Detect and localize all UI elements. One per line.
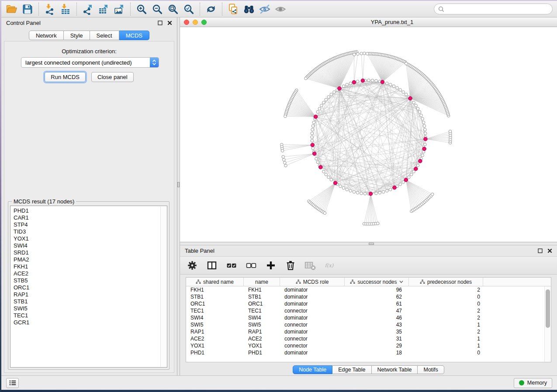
run-mcds-button[interactable]: Run MCDS [45,72,86,82]
zoom-out-button[interactable] [149,2,165,16]
table-row[interactable]: RAP1RAP1dominator352 [186,328,551,335]
network-node[interactable] [424,143,427,146]
network-node[interactable] [356,191,359,194]
result-node-item[interactable]: FKH1 [14,263,167,270]
network-node[interactable] [312,121,315,124]
network-node[interactable] [325,173,328,176]
mcds-node[interactable] [319,165,323,169]
network-node[interactable] [284,164,287,167]
network-node[interactable] [421,117,424,120]
network-node[interactable] [405,93,408,96]
network-node[interactable] [356,80,359,83]
mcds-node[interactable] [424,137,428,141]
table-tab-node-table[interactable]: Node Table [293,365,332,374]
table-tab-network-table[interactable]: Network Table [372,365,418,374]
mcds-node[interactable] [408,96,412,100]
table-row[interactable]: TEC1TEC1connector472 [186,307,551,314]
result-node-item[interactable]: GCR1 [14,319,167,326]
mcds-node[interactable] [393,186,397,190]
unselect-all-button[interactable] [246,260,257,271]
network-node[interactable] [282,155,285,158]
network-node[interactable] [386,82,389,85]
zoom-fit-button[interactable] [165,2,181,16]
network-node[interactable] [356,52,360,55]
network-node[interactable] [377,222,380,225]
network-node[interactable] [399,89,402,92]
network-node[interactable] [363,192,367,195]
search-box[interactable] [434,3,553,14]
network-node[interactable] [431,193,434,196]
result-node-item[interactable]: ACE2 [14,270,167,277]
network-node[interactable] [363,52,366,55]
network-node[interactable] [366,52,369,55]
network-node[interactable] [418,110,421,113]
network-node[interactable] [349,189,352,193]
network-node[interactable] [333,91,336,94]
search-network-button[interactable] [241,2,257,16]
network-node[interactable] [318,107,321,110]
table-row[interactable]: FKH1FKH1dominator962 [186,286,551,293]
task-history-button[interactable] [6,378,19,388]
network-node[interactable] [360,192,363,195]
network-node[interactable] [415,104,418,107]
network-node[interactable] [399,183,402,186]
network-node[interactable] [449,130,452,133]
network-node[interactable] [353,190,356,193]
network-node[interactable] [346,83,349,86]
float-panel-button[interactable] [158,21,163,25]
table-row[interactable]: ORC1ORC1dominator610 [186,300,551,307]
result-node-item[interactable]: STP4 [14,221,167,228]
network-node[interactable] [412,101,415,104]
show-columns-button[interactable] [206,260,218,271]
mcds-node[interactable] [369,192,373,196]
tab-network[interactable]: Network [29,31,64,40]
network-node[interactable] [342,85,345,88]
export-image-button[interactable] [111,2,127,16]
table-mode-button[interactable] [187,260,198,271]
mcds-node[interactable] [414,167,418,171]
network-node[interactable] [416,107,419,110]
network-node[interactable] [315,157,318,160]
search-input[interactable] [444,6,548,12]
network-node[interactable] [392,85,395,88]
column-header-MCDS-role[interactable]: MCDS role [280,278,345,286]
network-node[interactable] [284,115,287,118]
mcds-node[interactable] [361,79,365,83]
network-node[interactable] [389,83,392,86]
result-node-item[interactable]: TID3 [14,228,167,235]
vertical-splitter[interactable] [177,17,180,375]
result-node-item[interactable]: SWI5 [14,305,167,312]
network-node[interactable] [424,128,427,131]
network-node[interactable] [420,114,423,117]
network-node[interactable] [422,121,425,124]
delete-column-button[interactable] [285,260,296,271]
column-header-successor-nodes[interactable]: successor nodes [345,278,409,286]
mcds-node[interactable] [314,115,318,119]
criterion-dropdown[interactable]: largest connected component (undirected) [21,57,159,68]
network-node[interactable] [353,53,356,56]
close-mcds-button[interactable]: Close panel [91,72,134,82]
mcds-node[interactable] [419,159,422,163]
network-node[interactable] [423,124,426,127]
table-row[interactable]: PHD1PHD1dominator180 [186,349,551,356]
network-node[interactable] [389,188,392,191]
network-node[interactable] [284,162,287,165]
column-header-predecessor-nodes[interactable]: predecessor nodes [409,278,483,286]
table-row[interactable]: SWI5SWI5connector431 [186,321,551,328]
export-network-button[interactable] [80,2,96,16]
network-node[interactable] [410,173,413,176]
network-node[interactable] [416,164,419,167]
network-node[interactable] [316,110,319,113]
mcds-node[interactable] [422,147,426,151]
result-node-item[interactable]: PMA2 [14,256,167,263]
result-node-item[interactable]: SWI4 [14,242,167,249]
select-all-button[interactable] [226,260,237,271]
mcds-node[interactable] [381,80,384,84]
network-node[interactable] [283,158,286,162]
network-node[interactable] [346,188,349,191]
table-row[interactable]: SWI4SWI4dominator462 [186,314,551,321]
table-scrollbar[interactable] [544,286,551,362]
network-node[interactable] [311,132,314,135]
result-node-item[interactable]: ORC1 [14,284,167,291]
network-node[interactable] [396,86,399,89]
